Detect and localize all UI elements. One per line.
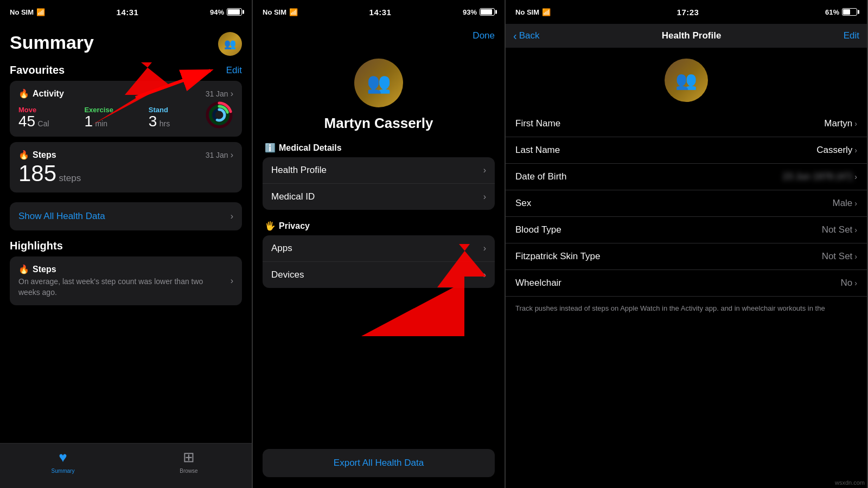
exercise-value-row: 1 min: [84, 114, 113, 129]
edit-button-3[interactable]: Edit: [844, 30, 859, 41]
first-name-chevron: ›: [854, 119, 857, 128]
dob-row[interactable]: Date of Birth 23 Jun 1976 (47) ›: [506, 164, 867, 190]
activity-title: 🔥 Activity: [18, 88, 64, 99]
devices-chevron: ›: [483, 270, 486, 280]
time-3: 17:23: [677, 8, 699, 17]
blood-type-value: Not Set: [822, 224, 853, 235]
sex-row[interactable]: Sex Male ›: [506, 190, 867, 217]
blood-type-chevron: ›: [854, 226, 857, 234]
status-left-1: No SIM 📶: [10, 8, 45, 16]
battery-pct-2: 93%: [463, 8, 477, 16]
nav-bar-2: Done: [253, 24, 505, 48]
battery-fill-3: [843, 9, 850, 15]
blood-type-label: Blood Type: [515, 224, 561, 235]
favourites-header: Favourites Edit: [10, 64, 242, 76]
status-bar-1: No SIM 📶 14:31 94%: [0, 0, 252, 24]
dob-label: Date of Birth: [515, 171, 567, 182]
show-all-text: Show All Health Data: [18, 211, 105, 222]
profile-name: Martyn Casserly: [324, 115, 433, 132]
medical-id-label: Medical ID: [271, 191, 315, 202]
bottom-note: Track pushes instead of steps on Apple W…: [506, 297, 867, 320]
activity-ring: [205, 101, 233, 129]
avatar[interactable]: 👥: [218, 32, 242, 56]
privacy-list-group: Apps › Devices ›: [263, 235, 495, 288]
panel-summary: No SIM 📶 14:31 94% Summary 👥 Favourites …: [0, 0, 253, 488]
activity-date-text: 31 Jan: [206, 89, 228, 98]
panel-health-profile: No SIM 📶 17:23 61% ‹ Back Health Profile…: [506, 0, 868, 488]
status-right-1: 94%: [210, 8, 242, 16]
last-name-value-group: Casserly ›: [816, 145, 857, 156]
tab-bar-1: ♥ Summary ⊞ Browse: [0, 443, 252, 488]
export-button[interactable]: Export All Health Data: [263, 449, 495, 477]
export-btn-text: Export All Health Data: [334, 458, 424, 468]
highlight-desc: On average, last week's step count was l…: [18, 277, 225, 298]
wifi-icon-2: 📶: [289, 8, 298, 16]
steps-date: 31 Jan ›: [206, 150, 233, 160]
status-bar-3: No SIM 📶 17:23 61%: [506, 0, 867, 24]
stand-unit: hrs: [159, 119, 170, 128]
health-profile-chevron: ›: [483, 165, 486, 175]
activity-title-row: 🔥 Activity 31 Jan ›: [18, 88, 233, 99]
wheelchair-row[interactable]: Wheelchair No ›: [506, 270, 867, 297]
battery-fill-1: [228, 9, 240, 15]
medical-id-row[interactable]: Medical ID ›: [263, 184, 495, 210]
health-fields: First Name Martyn › Last Name Casserly ›…: [506, 111, 867, 488]
first-name-row[interactable]: First Name Martyn ›: [506, 111, 867, 137]
medical-id-chevron: ›: [483, 192, 486, 202]
skin-type-row[interactable]: Fitzpatrick Skin Type Not Set ›: [506, 243, 867, 270]
devices-label: Devices: [271, 269, 304, 280]
back-chevron-icon: ‹: [513, 30, 517, 42]
stand-metric: Stand 3 hrs: [149, 106, 170, 129]
heart-icon: ♥: [59, 449, 67, 466]
battery-fill-2: [481, 9, 492, 15]
steps-value: 185: [18, 160, 56, 186]
exercise-unit: min: [95, 119, 107, 128]
carrier-3: No SIM: [515, 8, 539, 16]
health-profile-avatar: 👥: [665, 59, 708, 102]
activity-chevron: ›: [231, 89, 233, 99]
blood-type-row[interactable]: Blood Type Not Set ›: [506, 217, 867, 243]
exercise-metric: Exercise 1 min: [84, 106, 113, 129]
flame-icon-highlight: 🔥: [18, 264, 29, 274]
summary-title: Summary: [10, 32, 94, 53]
hand-icon: 🖐️: [265, 221, 276, 231]
wifi-icon-3: 📶: [542, 8, 551, 16]
sex-value: Male: [832, 198, 852, 209]
tab-summary-label: Summary: [52, 468, 75, 474]
privacy-header: 🖐️ Privacy: [263, 221, 495, 231]
stand-value: 3: [149, 113, 157, 130]
done-button[interactable]: Done: [473, 30, 495, 41]
last-name-value: Casserly: [816, 145, 852, 156]
tab-summary[interactable]: ♥ Summary: [0, 449, 126, 474]
show-all-button[interactable]: Show All Health Data ›: [10, 202, 242, 230]
nav-bar-3: ‹ Back Health Profile Edit: [506, 24, 867, 48]
panel2-content: 👥 Martyn Casserly ℹ️ Medical Details Hea…: [253, 48, 505, 488]
back-button[interactable]: ‹ Back: [513, 30, 539, 42]
steps-chevron: ›: [231, 150, 233, 160]
battery-icon-1: [227, 8, 242, 16]
wheelchair-value: No: [841, 278, 853, 288]
edit-link[interactable]: Edit: [226, 65, 242, 76]
carrier-1: No SIM: [10, 8, 34, 16]
health-profile-label: Health Profile: [271, 165, 327, 176]
tab-browse[interactable]: ⊞ Browse: [126, 449, 252, 474]
move-value: 45: [18, 113, 35, 130]
health-profile-row[interactable]: Health Profile ›: [263, 157, 495, 184]
health-profile-avatar-section: 👥: [506, 48, 867, 111]
health-profile-nav-title: Health Profile: [662, 30, 722, 41]
highlights-card[interactable]: 🔥 Steps On average, last week's step cou…: [10, 256, 242, 305]
dob-chevron: ›: [854, 172, 857, 181]
devices-row[interactable]: Devices ›: [263, 262, 495, 288]
sex-label: Sex: [515, 198, 531, 209]
steps-card[interactable]: 🔥 Steps 31 Jan › 185 steps: [10, 142, 242, 192]
activity-card[interactable]: 🔥 Activity 31 Jan › Move 45 Cal: [10, 81, 242, 137]
apps-row[interactable]: Apps ›: [263, 235, 495, 262]
bottom-note-text: Track pushes instead of steps on Apple W…: [515, 304, 825, 312]
carrier-2: No SIM: [263, 8, 286, 16]
first-name-value-group: Martyn ›: [824, 118, 857, 129]
last-name-row[interactable]: Last Name Casserly ›: [506, 137, 867, 164]
battery-pct-3: 61%: [825, 8, 839, 16]
browse-icon: ⊞: [183, 449, 195, 466]
highlights-section: Highlights 🔥 Steps On average, last week…: [0, 237, 252, 308]
highlights-title: Highlights: [10, 240, 63, 252]
